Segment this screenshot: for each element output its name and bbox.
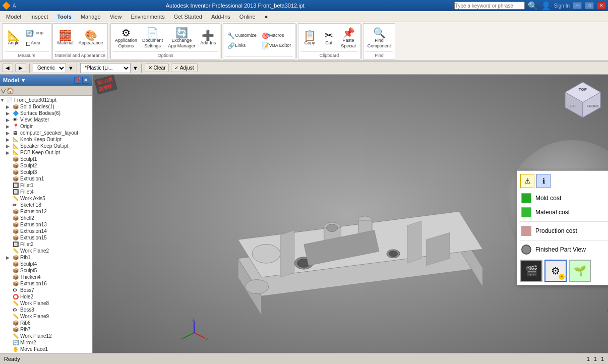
tree-item-hole2[interactable]: ⭕ Hole2 [6,293,92,300]
tree-item-fillet1[interactable]: 🔲 Fillet1 [6,182,92,189]
popup-warning-icon[interactable]: ⚠ [520,174,534,188]
tree-item-rib6[interactable]: 📦 Rib6 [6,320,92,326]
search-input[interactable] [454,2,525,10]
tree-item-work-plane12[interactable]: 📏 Work Plane12 [6,333,92,339]
viewport[interactable]: 某UG视 频教程 [93,75,608,353]
tree-item-extrusion16[interactable]: 📦 Extrusion16 [6,280,92,287]
cut-button[interactable]: ✂ Cut [320,29,338,47]
toolbar-adjust-button[interactable]: ✓ Adjust [171,64,197,72]
svg-text:Z: Z [193,318,195,321]
menu-view[interactable]: View [106,13,126,21]
vba-editor-button[interactable]: 📝 VBA Editor [260,41,293,50]
tree-item-extrusion14[interactable]: 📦 Extrusion14 [6,228,92,234]
application-options-button[interactable]: ⚙ ApplicationOptions [113,27,139,50]
tree-item-rib1[interactable]: ▶ 📦 Rib1 [6,254,92,261]
popup-item-material-cost[interactable]: Material cost [520,205,608,219]
tree-item-mirror2[interactable]: 🔄 Mirror2 [6,339,92,346]
links-button[interactable]: 🔗 Links [225,41,259,50]
measure-loop-button[interactable]: 🔄 Loop [24,29,49,38]
svg-point-17 [245,280,269,294]
sidebar-pin-button[interactable]: 📌 [74,77,81,84]
customize-button[interactable]: 🔧 Customize [225,31,259,40]
tree-item-sculpt1[interactable]: 📦 Sculpt1 [6,156,92,162]
tree-item-sculpt2[interactable]: 📦 Sculpt2 [6,162,92,169]
find-component-button[interactable]: 🔍 FindComponent [366,27,393,50]
tree-item-root[interactable]: ▼ 📄 Front_beta3012.ipt [0,97,92,103]
sign-in-label[interactable]: Sign In [554,3,570,9]
popup-info-icon[interactable]: ℹ [536,174,551,188]
menu-environments[interactable]: Environments [127,13,168,21]
popup-item-mold-cost[interactable]: Mold cost [520,191,608,205]
sidebar-close-button[interactable]: ✕ [82,77,89,84]
tree-item-view-master[interactable]: ▶ 👁 View: Master [6,116,92,123]
menu-inspect[interactable]: Inspect [26,13,52,21]
copy-button[interactable]: 📋 Copy [300,29,319,47]
tree-item-extrusion1[interactable]: 📦 Extrusion1 [6,175,92,182]
exchange-app-manager-button[interactable]: 🔄 ExchangeApp Manager [166,27,197,50]
tree-item-fillet4[interactable]: 🔲 Fillet4 [6,189,92,195]
red-arrow [587,290,608,353]
tree-item-surface-bodies[interactable]: ▶ 🔷 Surface Bodies(6) [6,110,92,116]
toolbar-back-button[interactable]: ◀ [2,64,13,72]
tree-item-origin[interactable]: ▶ 📍 Origin [6,123,92,130]
toolbar-forward-button[interactable]: ▶ [15,64,26,72]
toolbar-material-dropdown[interactable]: *Plastic (Li... [80,63,131,73]
sidebar-home-icon[interactable]: 🏠 [7,87,14,94]
close-button[interactable]: ✕ [597,2,606,9]
status-bar: Ready 1 1 1 [0,353,608,364]
tree-item-knob-keep-out[interactable]: ▶ 📐 Knob Keep Out.ipt [6,136,92,143]
tree-item-speaker-keep-out[interactable]: ▶ 📐 Speaker Keep Out.ipt [6,143,92,149]
popup-thumb-2[interactable]: ⚙ ⚠ [544,260,567,282]
measure-area-button[interactable]: ◻ Area [24,39,49,48]
toolbar-clear-button[interactable]: ✕ Clear [145,64,169,72]
toolbar-style-dropdown[interactable]: Generic [33,63,66,73]
toolbar-sep-2 [77,64,77,73]
tree-item-extrusion12[interactable]: 📦 Extrusion12 [6,208,92,215]
tree-item-work-axis5[interactable]: 📏 Work Axis5 [6,195,92,202]
tree-item-thicken4[interactable]: 📦 Thicken4 [6,274,92,280]
popup-thumb-3[interactable]: 🌱 [569,260,591,282]
menu-add-ins[interactable]: Add-Ins [207,13,234,21]
tree-item-sculpt4[interactable]: 📦 Sculpt4 [6,261,92,267]
popup-item-finished-part[interactable]: Finished Part View [520,242,608,257]
macros-button[interactable]: 🎯 Macros [260,31,293,40]
tree-item-work-plane8[interactable]: 📏 Work Plane8 [6,300,92,307]
add-ins-button[interactable]: ➕ Add-Ins [198,29,218,47]
material-button[interactable]: 🧱 Material [55,29,76,47]
popup-production-cost-label: Production cost [535,227,577,234]
menu-model[interactable]: Model [2,13,25,21]
nav-cube[interactable]: TOP LEFT FRONT [563,80,603,120]
tree-item-work-plane2[interactable]: 📏 Work Plane2 [6,248,92,254]
popup-thumb-1[interactable]: 🎬 [520,260,542,282]
tree-item-sculpt3[interactable]: 📦 Sculpt3 [6,169,92,175]
maximize-button[interactable]: □ [585,2,594,9]
tree-item-move-face1[interactable]: ✋ Move Face1 [6,346,92,352]
tree-item-solid-bodies[interactable]: ▶ 📦 Solid Bodies(1) [6,103,92,110]
tree-item-work-plane9[interactable]: 📏 Work Plane9 [6,313,92,320]
measure-angle-button[interactable]: 📐 Angle [5,29,23,47]
popup-item-production-cost[interactable]: Production cost [520,224,608,238]
tree-item-computer-speaker[interactable]: ▶ 🖥 computer_speaker_layout [6,130,92,136]
menu-tools[interactable]: Tools [53,13,76,21]
tree-item-extrusion13[interactable]: 📦 Extrusion13 [6,221,92,228]
tree-item-shell2[interactable]: 📦 Shell2 [6,215,92,221]
document-settings-button[interactable]: 📄 DocumentSettings [140,27,165,50]
popup-panel-large: ⚠ ℹ Mold cost Material cost P [517,170,608,285]
tree-item-pcb-keep-out[interactable]: ▶ 📐 PCB Keep Out.ipt [6,149,92,156]
menu-extra[interactable]: ● [261,13,272,21]
tree-item-extrusion15[interactable]: 📦 Extrusion15 [6,234,92,241]
paste-special-button[interactable]: 📌 PasteSpecial [339,27,358,50]
menu-online[interactable]: Online [235,13,260,21]
tree-item-boss7[interactable]: ⚙ Boss7 [6,287,92,293]
tree-item-move-face2[interactable]: ✋ Move Face2 [6,352,92,353]
appearance-button[interactable]: 🎨 Appearance [77,29,105,47]
menu-manage[interactable]: Manage [77,13,105,21]
tree-item-boss8[interactable]: ⚙ Boss8 [6,307,92,313]
menu-get-started[interactable]: Get Started [170,13,206,21]
tree-item-fillet2[interactable]: 🔲 Fillet2 [6,241,92,248]
tree-item-sculpt5[interactable]: 📦 Sculpt5 [6,267,92,274]
minimize-button[interactable]: ─ [573,2,582,9]
tree-item-rib7[interactable]: 📦 Rib7 [6,326,92,333]
measure-group-label: Measure [5,51,49,58]
tree-item-sketch18[interactable]: ✏ Sketch18 [6,202,92,208]
